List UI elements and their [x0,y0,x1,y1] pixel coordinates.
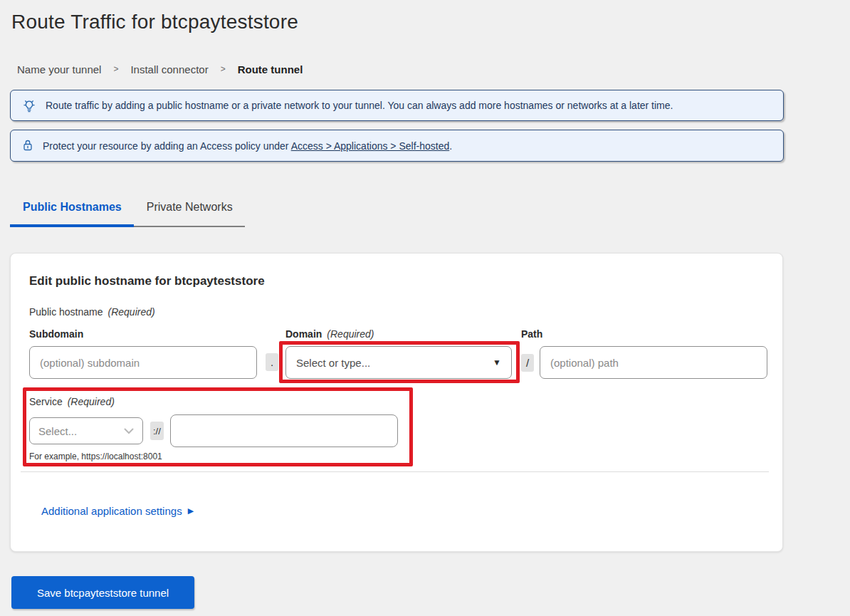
service-label: Service(Required) [29,396,782,408]
section-divider [21,471,769,472]
service-type-select[interactable]: Select... [29,417,143,444]
lock-icon [22,139,33,152]
breadcrumb-install-connector[interactable]: Install connector [130,63,208,75]
public-hostname-label-text: Public hostname [29,306,103,318]
additional-application-settings-link[interactable]: Additional application settings ▶ [41,505,194,517]
access-banner-text-after: . [449,140,452,152]
breadcrumb: Name your tunnel > Install connector > R… [17,63,850,75]
caret-down-icon: ▼ [493,357,501,367]
edit-public-hostname-card: Edit public hostname for btcpayteststore… [10,253,783,552]
breadcrumb-separator: > [221,64,226,74]
path-input[interactable] [540,346,767,379]
breadcrumb-name-your-tunnel[interactable]: Name your tunnel [17,63,101,75]
service-required-note: (Required) [68,396,115,407]
tab-public-hostnames[interactable]: Public Hostnames [10,200,134,226]
access-policy-banner: Protect your resource by adding an Acces… [10,130,784,162]
public-hostname-label: Public hostname(Required) [29,306,782,318]
access-banner-text: Protect your resource by adding an Acces… [43,140,452,152]
domain-label: Domain(Required) [285,328,512,340]
tip-banner-text: Route traffic by adding a public hostnam… [46,100,673,111]
domain-label-text: Domain [285,328,322,340]
route-traffic-page: Route Traffic for btcpayteststore Name y… [0,11,850,616]
service-row: Select... :// [29,414,782,448]
subdomain-field: Subdomain [29,328,257,379]
access-applications-link[interactable]: Access > Applications > Self-hosted [291,140,450,152]
lightbulb-icon [22,98,36,113]
dot-separator: . [266,353,278,371]
arrow-right-icon: ▶ [188,506,194,516]
subdomain-label: Subdomain [29,328,257,340]
tip-banner: Route traffic by adding a public hostnam… [10,90,784,121]
domain-required-note: (Required) [327,328,374,340]
additional-settings-label: Additional application settings [41,505,182,517]
breadcrumb-separator: > [113,64,118,74]
service-hint: For example, https://localhost:8001 [29,451,782,461]
path-label: Path [521,328,767,340]
slash-separator: / [521,354,534,372]
domain-select[interactable]: Select or type... ▼ [285,346,512,379]
card-title: Edit public hostname for btcpayteststore [29,273,782,288]
chevron-down-icon [124,428,134,434]
domain-select-placeholder: Select or type... [296,357,370,369]
domain-field: Domain(Required) Select or type... ▼ [285,328,512,379]
service-section: Service(Required) Select... :// For exam… [29,396,782,461]
subdomain-input[interactable] [29,346,257,379]
public-hostname-required-note: (Required) [108,306,155,318]
save-tunnel-button[interactable]: Save btcpayteststore tunnel [11,576,194,609]
access-banner-text-before: Protect your resource by adding an Acces… [43,140,289,152]
scheme-separator: :// [150,422,164,440]
tab-private-networks[interactable]: Private Networks [134,200,245,226]
service-label-text: Service [29,396,63,407]
page-title: Route Traffic for btcpayteststore [11,11,850,33]
path-input-row: / [521,346,767,379]
path-field: Path / [521,328,767,379]
hostname-fields-row: Subdomain . Domain(Required) Select or t… [29,328,782,379]
service-url-input[interactable] [170,414,398,447]
service-type-placeholder: Select... [38,425,77,437]
hostname-tabs: Public Hostnames Private Networks [10,200,245,227]
breadcrumb-route-tunnel: Route tunnel [238,63,303,75]
